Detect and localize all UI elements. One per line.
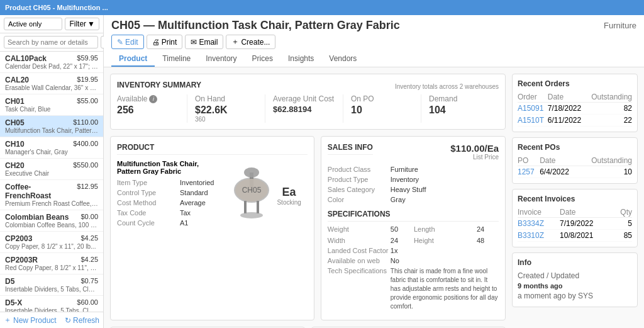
sales-category-value: Heavy Stuff bbox=[391, 186, 499, 193]
available-metric: Available i 256 bbox=[117, 94, 187, 123]
tab-prices[interactable]: Prices bbox=[245, 52, 280, 67]
product-list-item[interactable]: D5 $0.75 Insertable Dividers, 5 Tabs, Cl… bbox=[0, 274, 103, 296]
email-icon: ✉ bbox=[191, 38, 197, 47]
on-po-value: 10 bbox=[351, 105, 413, 116]
product-category: Furniture bbox=[604, 21, 636, 30]
edit-button[interactable]: ✎ Edit bbox=[111, 35, 144, 49]
tab-insights[interactable]: Insights bbox=[280, 52, 321, 67]
product-item-desc: Calendar Desk Pad, 22" x 17"; 10... bbox=[5, 63, 98, 70]
product-item-desc: Premium French Roast Coffee, 1l... bbox=[5, 200, 98, 207]
on-hand-metric: On Hand $22.6K 360 bbox=[187, 94, 265, 123]
product-item-name: D5 $0.75 bbox=[5, 277, 98, 286]
print-icon: 🖨 bbox=[152, 38, 160, 47]
product-section-title: PRODUCT bbox=[117, 143, 308, 155]
product-item-name: CH20 $550.00 bbox=[5, 161, 98, 170]
product-list-item[interactable]: CAL20 $19.95 Erasable Wall Calendar, 36"… bbox=[0, 73, 103, 94]
product-list-item[interactable]: CP2003 $4.25 Copy Paper, 8 1/2" x 11", 2… bbox=[0, 232, 103, 253]
sales-info-card: SALES INFO $110.00/Ea List Price Product… bbox=[321, 136, 506, 320]
order-outstanding: 22 bbox=[586, 115, 632, 127]
product-list-item[interactable]: CP2003R $4.25 Red Copy Paper, 8 1/2" x 1… bbox=[0, 253, 103, 274]
product-image-area: CH05 Ea Stocking bbox=[220, 160, 307, 229]
product-list-item[interactable]: CAL10Pack $59.95 Calendar Desk Pad, 22" … bbox=[0, 52, 103, 73]
refresh-icon: ↻ bbox=[65, 316, 71, 325]
tab-timeline[interactable]: Timeline bbox=[155, 52, 198, 67]
print-button[interactable]: 🖨 Print bbox=[147, 35, 183, 49]
tab-inventory[interactable]: Inventory bbox=[198, 52, 244, 67]
new-product-label: New Product bbox=[13, 316, 57, 325]
stocking-label: Stocking bbox=[277, 199, 301, 206]
color-label: Color bbox=[328, 196, 391, 203]
left-footer: ＋ New Product ↻ Refresh bbox=[0, 312, 103, 328]
main-content: INVENTORY SUMMARY Inventory totals acros… bbox=[110, 74, 506, 322]
landed-cost-row: Landed Cost Factor 1x bbox=[328, 247, 499, 254]
price-display: SALES INFO $110.00/Ea List Price bbox=[328, 143, 499, 161]
tax-code-value: Tax bbox=[180, 209, 214, 217]
info-created: 9 months ago bbox=[518, 282, 563, 290]
recent-pos-table: PO Date Outstanding 1257 6/4/2022 10 bbox=[518, 156, 632, 178]
count-cycle-value: A1 bbox=[180, 219, 214, 227]
inventory-note: Inventory totals across 2 warehouses bbox=[395, 83, 499, 90]
window-title: Product CH05 - Multifunction ... bbox=[5, 4, 639, 11]
filter-button[interactable]: Filter ▼ bbox=[65, 18, 99, 30]
invoice-row: B3310Z 10/8/2021 85 bbox=[518, 230, 632, 242]
list-price-label: List Price bbox=[450, 154, 499, 161]
width-row: Width 24 bbox=[328, 237, 413, 244]
active-filter-dropdown[interactable]: Active only bbox=[4, 18, 62, 30]
po-date: 6/4/2022 bbox=[540, 166, 579, 178]
filter-icon: ▼ bbox=[87, 20, 95, 28]
product-list: CAL10Pack $59.95 Calendar Desk Pad, 22" … bbox=[0, 52, 103, 312]
product-class-value: Furniture bbox=[391, 166, 499, 173]
height-value: 48 bbox=[477, 237, 499, 244]
invoice-date: 7/19/2022 bbox=[560, 218, 613, 230]
tech-spec-label: Tech Specifications bbox=[328, 267, 391, 311]
available-info-icon[interactable]: i bbox=[149, 95, 157, 103]
product-list-item[interactable]: CH20 $550.00 Executive Chair bbox=[0, 159, 103, 180]
create-button[interactable]: ＋ Create... bbox=[226, 35, 275, 49]
edit-label: Edit bbox=[125, 38, 138, 47]
email-label: Email bbox=[199, 38, 218, 47]
height-label: Height bbox=[414, 237, 477, 244]
sales-info-title: SALES INFO bbox=[328, 143, 373, 155]
available-web-label: Available on web bbox=[328, 257, 391, 264]
product-list-item[interactable]: CH01 $55.00 Task Chair, Blue bbox=[0, 94, 103, 116]
product-list-item[interactable]: CH10 $400.00 Manager's Chair, Gray bbox=[0, 137, 103, 159]
product-type-value: Inventory bbox=[391, 176, 499, 183]
refresh-button[interactable]: ↻ Refresh bbox=[65, 315, 99, 325]
on-po-label: On PO bbox=[351, 94, 413, 103]
available-label: Available i bbox=[117, 94, 179, 103]
product-list-item[interactable]: CH05 $110.00 Multifunction Task Chair, P… bbox=[0, 116, 103, 137]
product-title: CH05 — Multifunction Task Chair, Pattern… bbox=[111, 19, 400, 32]
info-card: Info Created / Updated 9 months ago a mo… bbox=[512, 252, 638, 307]
left-panel: Active only Filter ▼ Sort ▲ CAL10Pack $5… bbox=[0, 15, 104, 328]
inventory-summary-title: INVENTORY SUMMARY bbox=[117, 81, 201, 89]
search-input[interactable] bbox=[4, 36, 98, 48]
email-button[interactable]: ✉ Email bbox=[185, 35, 223, 49]
product-inner: Multifunction Task Chair, Pattern Gray F… bbox=[117, 160, 308, 229]
cost-method-value: Average bbox=[180, 199, 214, 206]
product-item-name: CH01 $55.00 bbox=[5, 97, 98, 106]
new-product-button[interactable]: ＋ New Product bbox=[4, 315, 57, 325]
toolbar: ✎ Edit 🖨 Print ✉ Email ＋ Create... bbox=[111, 35, 636, 49]
product-item-name: CH10 $400.00 bbox=[5, 140, 98, 149]
recent-orders-table: Order Date Outstanding A15091 7/18/2022 … bbox=[518, 92, 632, 127]
product-item-desc: Erasable Wall Calendar, 36" x 24" bbox=[5, 84, 98, 91]
product-item-name: CP2003 $4.25 bbox=[5, 234, 98, 243]
avg-unit-cost-metric: Average Unit Cost $62.88194 bbox=[265, 94, 343, 123]
avg-unit-cost-value: $62.88194 bbox=[273, 105, 335, 114]
tech-spec-value: This chair is made from a fine wool fabr… bbox=[391, 267, 499, 311]
tab-vendors[interactable]: Vendors bbox=[321, 52, 364, 67]
product-list-item[interactable]: Colombian Beans $0.00 Colombian Coffee B… bbox=[0, 210, 103, 232]
inventory-metrics: Available i 256 On Hand $22.6K 360 bbox=[117, 94, 499, 123]
product-list-item[interactable]: Coffee-FrenchRoast $12.95 Premium French… bbox=[0, 180, 103, 210]
invoice-qty: 85 bbox=[613, 230, 632, 242]
invoice-qty-col: Qty bbox=[613, 207, 632, 218]
product-list-item[interactable]: D5-X $60.00 Insertable Dividers, 5 Tabs,… bbox=[0, 296, 103, 312]
order-date: 6/11/2022 bbox=[548, 115, 586, 127]
create-icon: ＋ bbox=[231, 37, 239, 47]
invoice-row: B3334Z 7/19/2022 5 bbox=[518, 218, 632, 230]
invoice-date-col: Date bbox=[560, 207, 613, 218]
tab-product[interactable]: Product bbox=[111, 52, 155, 67]
product-item-desc: Insertable Dividers, 5 Tabs, Clear... bbox=[5, 307, 98, 312]
length-label: Length bbox=[414, 225, 477, 233]
product-item-desc: Copy Paper, 8 1/2" x 11", 20 lb... bbox=[5, 243, 98, 250]
